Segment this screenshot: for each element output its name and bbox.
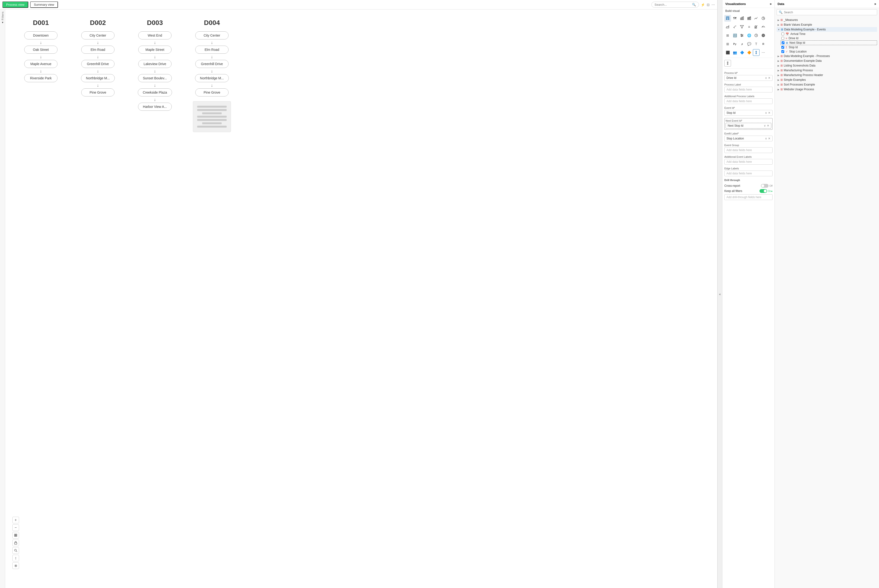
data-search-input[interactable] (784, 11, 875, 14)
dd-clear-icon4[interactable]: ✕ (768, 137, 770, 140)
node-city-center-d002[interactable]: City Center (81, 32, 114, 39)
tree-leaf-stop-id[interactable]: Σ Stop Id (780, 45, 877, 50)
process-label-input[interactable]: Add data fields here (724, 87, 772, 92)
node-greenhill-drive-d004[interactable]: Greenhill Drive (195, 60, 228, 68)
tab-summary-view[interactable]: Summary view (30, 2, 58, 8)
node-oak-street[interactable]: Oak Street (24, 46, 57, 54)
edge-labels-input[interactable]: Add data fields here (724, 171, 772, 176)
filter-icon[interactable]: ⚡ (701, 3, 705, 7)
arrival-time-checkbox[interactable] (782, 33, 784, 35)
tree-item-docs[interactable]: ▶ ⊞ Documentation Example Data (777, 58, 877, 63)
cross-report-track[interactable] (761, 184, 768, 188)
search-zoom-button[interactable] (12, 547, 19, 554)
viz-gauge-icon[interactable] (760, 24, 766, 30)
viz-custom1-icon[interactable]: 🔷 (739, 49, 745, 56)
viz-stacked-bar-icon[interactable] (746, 15, 752, 22)
node-sunset-blvd[interactable]: Sunset Boulev... (138, 74, 172, 82)
more-icon[interactable]: ⋯ (711, 3, 715, 7)
node-maple-street[interactable]: Maple Street (138, 46, 171, 54)
viz-pie-icon[interactable] (760, 15, 766, 22)
additional-event-labels-input[interactable]: Add data fields here (724, 159, 772, 165)
tree-item-listing[interactable]: ▶ ⊞ Listing Screenshots Data (777, 63, 877, 68)
pan-button[interactable]: ↕ (12, 555, 19, 561)
tree-item-sort[interactable]: ▶ ⊞ Sort Processes Example (777, 82, 877, 87)
viz-single-process-icon[interactable] (724, 60, 731, 66)
collapse-left-button[interactable]: « (718, 0, 723, 588)
tree-item-events[interactable]: ▼ ⊞ Data Modeling Example - Events (777, 27, 877, 32)
tree-item-blank-values[interactable]: ▶ ⊞ Blank Values Example (777, 22, 877, 27)
viz-line-icon[interactable] (753, 15, 759, 22)
node-elm-road-d004[interactable]: Elm Road (195, 46, 228, 54)
viz-matrix-icon[interactable]: ⊞ (724, 32, 731, 39)
next-event-id-dropdown[interactable]: Next Stop Id ∨✕ (726, 123, 771, 129)
keep-filters-toggle[interactable]: On● (759, 189, 772, 193)
viz-chat-icon[interactable]: 💬 (746, 40, 752, 47)
dd-clear-icon3[interactable]: ✕ (767, 124, 769, 128)
event-group-input[interactable]: Add data fields here (724, 147, 772, 153)
stop-id-checkbox[interactable] (782, 46, 784, 49)
node-northbridge-d002[interactable]: Northbridge M... (81, 74, 115, 82)
data-expand-icon[interactable]: » (874, 2, 876, 6)
viz-area-icon[interactable] (724, 24, 731, 30)
stop-location-checkbox[interactable] (782, 50, 784, 53)
event-label-dropdown[interactable]: Stop Location ∨✕ (724, 136, 772, 141)
tree-item-mfg-header[interactable]: ▶ ⊞ Manufacturing Process Header (777, 73, 877, 78)
viz-scatter-icon[interactable] (732, 24, 738, 30)
data-search-box[interactable]: 🔍 (777, 9, 877, 15)
drill-fields-input[interactable]: Add drill-through fields here (724, 194, 772, 200)
zoom-out-button[interactable]: − (12, 524, 19, 531)
lock-button[interactable] (12, 540, 19, 546)
viz-bar-icon[interactable] (739, 15, 745, 22)
tree-leaf-next-stop-id[interactable]: ⊞ Next Stop Id (780, 40, 877, 45)
next-stop-id-checkbox[interactable] (782, 41, 784, 44)
viz-process-icon[interactable] (753, 49, 759, 56)
viz-slicer-icon[interactable] (739, 32, 745, 39)
tree-item-measures[interactable]: ▶ ⊞ _Measures (777, 18, 877, 22)
tree-item-mfg[interactable]: ▶ ⊞ Manufacturing Process (777, 68, 877, 73)
viz-funnel-icon[interactable] (739, 24, 745, 30)
node-creekside-plaza[interactable]: Creekside Plaza (138, 88, 172, 96)
viz-map-icon[interactable]: 🗺 (732, 15, 738, 22)
viz-waterfall-icon[interactable]: ≡ (746, 24, 752, 30)
event-id-dropdown[interactable]: Stop Id ∨✕ (724, 110, 772, 116)
search-input[interactable] (654, 3, 691, 6)
node-city-center-d004[interactable]: City Center (195, 32, 228, 39)
tab-process-view[interactable]: Process view (2, 2, 28, 8)
node-pine-grove-d002[interactable]: Pine Grove (81, 88, 114, 96)
viz-python-icon[interactable]: Py (732, 40, 738, 47)
tree-item-simple[interactable]: ▶ ⊞ Simple Examples (777, 78, 877, 82)
tree-leaf-arrival-time[interactable]: 📅 Arrival Time (780, 32, 877, 36)
viz-clock-icon[interactable] (753, 32, 759, 39)
dd-clear-icon2[interactable]: ✕ (768, 111, 770, 114)
node-west-end[interactable]: West End (138, 32, 171, 39)
viz-expand-icon[interactable]: » (770, 2, 772, 6)
process-id-dropdown[interactable]: Drive Id ∨✕ (724, 75, 772, 81)
fit-button[interactable] (12, 532, 19, 538)
viz-r-icon[interactable]: ꭙ (739, 40, 745, 47)
filters-sidebar[interactable]: ▲ Filters (0, 9, 5, 588)
viz-r2-icon[interactable]: R (760, 40, 766, 47)
viz-map2-icon[interactable]: 🌐 (746, 32, 752, 39)
node-elm-road-d002[interactable]: Elm Road (81, 46, 114, 54)
zoom-in-button[interactable]: + (12, 517, 19, 524)
drive-id-checkbox[interactable] (782, 37, 784, 40)
additional-process-labels-input[interactable]: Add data fields here (724, 98, 772, 104)
viz-shape-icon[interactable]: ⬛ (724, 49, 731, 56)
viz-text-icon[interactable]: T (753, 40, 759, 47)
cross-report-toggle[interactable]: Off (761, 184, 772, 188)
viz-people-icon[interactable]: 👥 (732, 49, 738, 56)
node-lakeview-drive[interactable]: Lakeview Drive (138, 60, 171, 68)
viz-grid2-icon[interactable]: ⊞ (724, 40, 731, 47)
tree-item-website[interactable]: ▶ ⊞ Website Usage Process (777, 87, 877, 92)
dd-clear-icon[interactable]: ✕ (768, 76, 770, 80)
viz-combo-icon[interactable] (753, 24, 759, 30)
tree-leaf-stop-location[interactable]: ✓ Stop Location (780, 50, 877, 54)
node-pine-grove-d004[interactable]: Pine Grove (195, 88, 228, 96)
expand-icon[interactable]: ⊡ (707, 3, 710, 7)
keep-filters-track[interactable] (759, 189, 767, 193)
node-riverside-park[interactable]: Riverside Park (24, 74, 57, 82)
main-search-box[interactable]: 🔍 (651, 2, 699, 8)
node-harbor-view[interactable]: Harbor View A... (138, 103, 172, 111)
viz-custom2-icon[interactable]: 🔶 (746, 49, 752, 56)
viz-table-icon[interactable] (724, 15, 731, 22)
